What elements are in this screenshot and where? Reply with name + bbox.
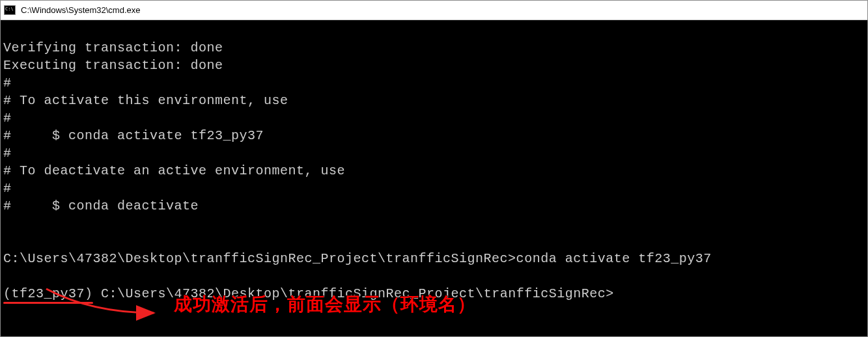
annotation: 成功激活后，前面会显示（环境名） bbox=[53, 292, 476, 317]
terminal-line: # bbox=[3, 146, 12, 161]
terminal-line: Executing transaction: done bbox=[3, 58, 223, 73]
terminal-line: # $ conda activate tf23_py37 bbox=[3, 128, 264, 143]
terminal-line: # bbox=[3, 111, 12, 126]
annotation-text: 成功激活后，前面会显示（环境名） bbox=[174, 292, 476, 317]
cmd-icon bbox=[4, 5, 16, 15]
terminal-line: # bbox=[3, 181, 12, 196]
terminal-line: Verifying transaction: done bbox=[3, 40, 223, 55]
window-title: C:\Windows\System32\cmd.exe bbox=[21, 5, 141, 15]
window-titlebar[interactable]: C:\Windows\System32\cmd.exe bbox=[1, 1, 867, 20]
terminal-line: # To deactivate an active environment, u… bbox=[3, 163, 345, 178]
terminal-line: # To activate this environment, use bbox=[3, 93, 288, 108]
terminal-output[interactable]: Verifying transaction: done Executing tr… bbox=[1, 20, 867, 304]
terminal-line: C:\Users\47382\Desktop\tranfficSignRec_P… bbox=[3, 251, 712, 266]
terminal-line: # bbox=[3, 75, 12, 90]
terminal-line: # $ conda deactivate bbox=[3, 198, 199, 213]
